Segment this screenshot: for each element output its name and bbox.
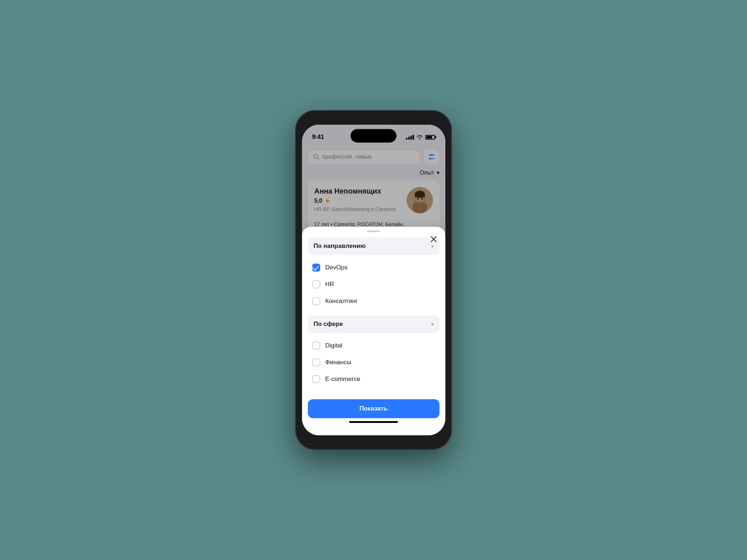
finance-checkbox[interactable]: [312, 358, 320, 366]
direction-filter-section: По направлению ▾ DevOps HR Консалтинг: [308, 237, 440, 312]
home-indicator: [349, 421, 398, 423]
consulting-option[interactable]: Консалтинг: [309, 293, 438, 310]
devops-option[interactable]: DevOps: [309, 259, 438, 276]
consulting-label: Консалтинг: [325, 298, 358, 305]
digital-option[interactable]: Digital: [309, 337, 438, 354]
consulting-checkbox[interactable]: [312, 297, 320, 305]
sphere-options: Digital Финансы E-commerce: [308, 334, 440, 390]
sphere-section-title: По сфере: [314, 320, 343, 328]
hr-checkbox[interactable]: [312, 280, 320, 288]
hr-option[interactable]: HR: [309, 276, 438, 293]
sphere-filter-section: По сфере ▾ Digital Финансы E-commerce: [308, 315, 440, 390]
direction-section-header[interactable]: По направлению ▾: [308, 237, 440, 255]
finance-label: Финансы: [325, 359, 351, 366]
show-results-button[interactable]: Показать: [308, 399, 440, 418]
sphere-section-header[interactable]: По сфере ▾: [308, 315, 440, 333]
ecommerce-label: E-commerce: [325, 376, 360, 383]
digital-label: Digital: [325, 342, 342, 349]
devops-label: DevOps: [325, 264, 348, 271]
phone-screen: 9:41: [302, 125, 445, 435]
hr-label: HR: [325, 281, 334, 288]
filter-bottom-sheet: По направлению ▾ DevOps HR Консалтинг: [302, 227, 445, 435]
devops-checkbox[interactable]: [312, 264, 320, 272]
phone-frame: 9:41: [295, 110, 452, 450]
sheet-handle: [367, 230, 380, 232]
finance-option[interactable]: Финансы: [309, 354, 438, 371]
ecommerce-checkbox[interactable]: [312, 375, 320, 383]
direction-section-title: По направлению: [314, 242, 366, 250]
direction-options: DevOps HR Консалтинг: [308, 256, 440, 312]
sphere-chevron-icon: ▾: [431, 322, 434, 327]
ecommerce-option[interactable]: E-commerce: [309, 371, 438, 388]
digital-checkbox[interactable]: [312, 342, 320, 350]
close-sheet-button[interactable]: [428, 233, 440, 245]
close-icon: [430, 236, 437, 243]
